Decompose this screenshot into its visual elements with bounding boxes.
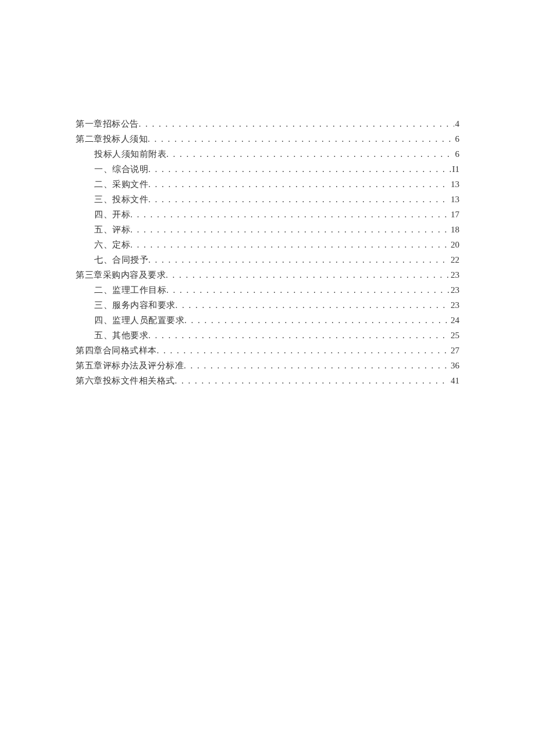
toc-dot-leader <box>157 343 450 358</box>
toc-entry-page: 17 <box>450 207 459 222</box>
toc-entry-label: 六、定标 <box>94 237 130 252</box>
toc-entry-page: 25 <box>450 328 459 343</box>
toc-entry-page: I1 <box>451 162 460 177</box>
toc-entry-label: 二、监理工作目标 <box>94 282 166 298</box>
toc-entry-label: 第五章评标办法及评分标准 <box>76 358 184 373</box>
toc-entry-page: 18 <box>450 222 459 237</box>
toc-entry-page: 23 <box>450 267 459 282</box>
toc-dot-leader <box>166 146 454 162</box>
toc-entry-label: 第三章采购内容及要求 <box>76 267 166 282</box>
toc-entry: 二、监理工作目标23 <box>76 282 459 298</box>
toc-entry: 四、开标17 <box>76 207 459 222</box>
toc-dot-leader <box>166 282 450 298</box>
toc-entry: 四、监理人员配置要求24 <box>76 313 459 328</box>
toc-entry: 五、其他要求25 <box>76 328 459 343</box>
toc-entry: 投标人须知前附表6 <box>76 146 459 162</box>
toc-entry: 第一章招标公告4 <box>76 116 459 131</box>
toc-dot-leader <box>148 177 450 192</box>
toc-entry-label: 第四章合同格式样本 <box>76 343 157 358</box>
toc-entry: 七、合同授予22 <box>76 252 459 267</box>
toc-entry-label: 五、评标 <box>94 222 130 237</box>
toc-entry-page: 13 <box>450 177 459 192</box>
toc-entry-page: 6 <box>454 146 460 162</box>
toc-entry-label: 二、采购文件 <box>94 177 148 192</box>
toc-entry-label: 五、其他要求 <box>94 328 148 343</box>
toc-entry: 第三章采购内容及要求23 <box>76 267 459 282</box>
toc-entry: 五、评标18 <box>76 222 459 237</box>
toc-dot-leader <box>184 358 450 373</box>
toc-entry-label: 一、综合说明 <box>94 162 148 177</box>
toc-entry-page: 24 <box>450 313 459 328</box>
toc-entry: 第四章合同格式样本27 <box>76 343 459 358</box>
toc-entry-page: 13 <box>450 192 459 207</box>
toc-entry: 第六章投标文件相关格式41 <box>76 373 459 388</box>
toc-dot-leader <box>184 313 450 328</box>
toc-dot-leader <box>166 267 450 282</box>
toc-dot-leader <box>148 162 451 177</box>
toc-entry-label: 三、投标文件 <box>94 192 148 207</box>
toc-entry-label: 三、服务内容和要求 <box>94 298 176 313</box>
toc-entry-label: 七、合同授予 <box>94 252 148 267</box>
toc-entry-page: 6 <box>454 131 460 146</box>
toc-dot-leader <box>176 298 450 313</box>
toc-entry: 六、定标20 <box>76 237 459 252</box>
toc-entry-label: 第一章招标公告 <box>76 116 139 131</box>
toc-dot-leader <box>130 222 450 237</box>
table-of-contents: 第一章招标公告4第二章投标人须知6投标人须知前附表6一、综合说明I1二、采购文件… <box>76 116 459 388</box>
toc-entry: 二、采购文件13 <box>76 177 459 192</box>
toc-entry: 三、投标文件13 <box>76 192 459 207</box>
toc-entry: 三、服务内容和要求23 <box>76 298 459 313</box>
toc-entry-page: 22 <box>450 252 459 267</box>
toc-entry: 一、综合说明I1 <box>76 162 459 177</box>
toc-dot-leader <box>148 252 450 267</box>
toc-entry-page: 4 <box>454 116 460 131</box>
toc-entry-page: 23 <box>450 282 459 298</box>
toc-dot-leader <box>130 237 450 252</box>
toc-entry-label: 四、开标 <box>94 207 130 222</box>
toc-entry-label: 第六章投标文件相关格式 <box>76 373 175 388</box>
toc-dot-leader <box>148 131 454 146</box>
toc-entry-page: 36 <box>450 358 459 373</box>
toc-entry-page: 23 <box>450 298 459 313</box>
toc-entry: 第五章评标办法及评分标准36 <box>76 358 459 373</box>
toc-entry-label: 第二章投标人须知 <box>76 131 148 146</box>
toc-entry-page: 20 <box>450 237 459 252</box>
toc-entry: 第二章投标人须知6 <box>76 131 459 146</box>
toc-dot-leader <box>175 373 450 388</box>
toc-entry-page: 41 <box>450 373 459 388</box>
toc-dot-leader <box>130 207 450 222</box>
toc-dot-leader <box>148 192 450 207</box>
toc-dot-leader <box>139 116 454 131</box>
toc-entry-page: 27 <box>450 343 459 358</box>
toc-entry-label: 四、监理人员配置要求 <box>94 313 184 328</box>
toc-entry-label: 投标人须知前附表 <box>94 146 166 162</box>
toc-dot-leader <box>148 328 450 343</box>
